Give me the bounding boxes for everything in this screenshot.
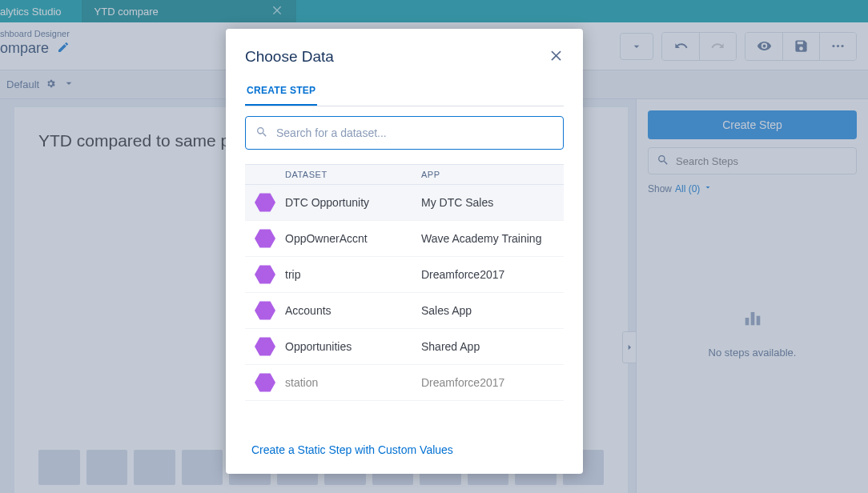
modal-body: DATASET APP DTC OpportunityMy DTC SalesO… bbox=[226, 106, 583, 431]
dataset-icon bbox=[255, 228, 275, 249]
dataset-app: Sales App bbox=[421, 304, 564, 317]
modal-header: Choose Data bbox=[226, 29, 583, 77]
dataset-app: Shared App bbox=[421, 340, 564, 353]
dataset-name: trip bbox=[285, 268, 421, 281]
choose-data-modal: Choose Data CREATE STEP DATASET APP DTC … bbox=[226, 29, 583, 474]
col-dataset-label: DATASET bbox=[285, 170, 421, 179]
dataset-rows: DTC OpportunityMy DTC SalesOppOwnerAccnt… bbox=[245, 185, 564, 431]
dataset-name: OppOwnerAccnt bbox=[285, 232, 421, 245]
dataset-icon bbox=[255, 336, 275, 357]
modal-tabs: CREATE STEP bbox=[226, 77, 583, 106]
tab-create-step[interactable]: CREATE STEP bbox=[245, 77, 317, 106]
modal-footer: Create a Static Step with Custom Values bbox=[226, 431, 583, 474]
dataset-name: DTC Opportunity bbox=[285, 196, 421, 209]
dataset-row[interactable]: OppOwnerAccntWave Academy Training bbox=[245, 221, 564, 257]
dataset-icon bbox=[255, 192, 275, 213]
close-icon[interactable] bbox=[549, 46, 564, 67]
dataset-table-header: DATASET APP bbox=[245, 164, 564, 185]
search-dataset-field[interactable] bbox=[245, 116, 564, 150]
modal-title: Choose Data bbox=[245, 48, 334, 66]
dataset-icon bbox=[255, 300, 275, 321]
dataset-name: Opportunities bbox=[285, 340, 421, 353]
static-step-link[interactable]: Create a Static Step with Custom Values bbox=[251, 443, 453, 456]
dataset-app: Dreamforce2017 bbox=[421, 376, 564, 389]
search-icon bbox=[255, 126, 268, 141]
dataset-row[interactable]: tripDreamforce2017 bbox=[245, 257, 564, 293]
dataset-app: Wave Academy Training bbox=[421, 232, 564, 245]
dataset-row[interactable]: OpportunitiesShared App bbox=[245, 329, 564, 365]
dataset-row[interactable]: stationDreamforce2017 bbox=[245, 365, 564, 401]
dataset-icon bbox=[255, 372, 275, 393]
search-dataset-input[interactable] bbox=[276, 126, 553, 139]
dataset-row[interactable]: DTC OpportunityMy DTC Sales bbox=[245, 185, 564, 221]
dataset-row[interactable]: AccountsSales App bbox=[245, 293, 564, 329]
dataset-icon bbox=[255, 264, 275, 285]
dataset-name: station bbox=[285, 376, 421, 389]
dataset-app: My DTC Sales bbox=[421, 196, 564, 209]
dataset-app: Dreamforce2017 bbox=[421, 268, 564, 281]
col-app-label: APP bbox=[421, 170, 564, 179]
dataset-name: Accounts bbox=[285, 304, 421, 317]
